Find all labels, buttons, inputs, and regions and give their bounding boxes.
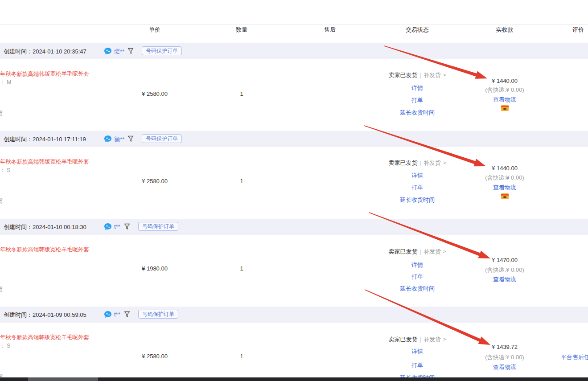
clipped-left-text: 货	[0, 197, 4, 205]
order-header-bar: 创建时间：2024-01-10 00:18:30 t** 号码保护订单	[0, 219, 588, 235]
column-header-quantity: 数量	[228, 26, 255, 33]
print-order-link[interactable]: 打单	[375, 184, 460, 191]
bank-card-icon	[501, 193, 509, 199]
product-title[interactable]: 年秋冬新款高端韩版宽松羊毛呢外套	[0, 70, 103, 78]
shipping-note: (含快递:¥ 0.00)	[473, 353, 536, 361]
order-row: 创建时间：2024-01-10 17:11:19 额** 号码保护订单 年秋冬新…	[0, 131, 588, 219]
buyer-name[interactable]: t**	[114, 311, 120, 318]
reship-link[interactable]: 补发货	[424, 248, 441, 255]
order-created-time: 创建时间：2024-01-09 00:59:05	[4, 311, 86, 319]
received-amount: ¥ 1439.72	[473, 343, 536, 351]
chevron-right-icon: >	[443, 248, 446, 255]
number-protect-badge: 号码保护订单	[142, 46, 182, 55]
extend-receipt-link[interactable]: 延长收货时间	[375, 109, 460, 116]
status-shipped: 卖家已发货	[389, 336, 418, 343]
clipped-left-text: 货	[0, 286, 4, 293]
order-row: 创建时间：2024-01-09 00:59:05 t** 号码保护订单 年秋冬新…	[0, 307, 588, 381]
chevron-right-icon: >	[443, 159, 446, 167]
column-header-received: 实收款	[491, 26, 518, 33]
column-header-trade-status: 交易状态	[394, 26, 440, 33]
received-amount: ¥ 1440.00	[473, 164, 536, 172]
funnel-filter-icon[interactable]	[124, 223, 130, 230]
unit-price: ¥ 2580.00	[128, 90, 181, 98]
reship-link[interactable]: 补发货	[424, 71, 441, 79]
funnel-filter-icon[interactable]	[127, 48, 134, 54]
product-sku: ： M	[0, 79, 11, 86]
product-sku: ： S	[0, 343, 10, 349]
trade-status: 卖家已发货 | 补发货 >	[375, 336, 460, 343]
quantity: 1	[228, 90, 255, 98]
table-top-border	[0, 24, 588, 25]
order-header-bar: 创建时间：2024-01-09 00:59:05 t** 号码保护订单	[0, 307, 588, 323]
received-amount: ¥ 1440.00	[473, 77, 536, 85]
print-order-link[interactable]: 打单	[375, 273, 460, 280]
unit-price: ¥ 2580.00	[128, 353, 181, 360]
order-created-time: 创建时间：2024-01-10 17:11:19	[4, 135, 86, 143]
column-header-rating: 评价	[565, 26, 588, 33]
funnel-filter-icon[interactable]	[127, 135, 134, 142]
shipping-note: (含快递:¥ 0.00)	[473, 266, 536, 274]
view-logistics-link[interactable]: 查看物流	[473, 184, 536, 191]
order-created-time: 创建时间：2024-01-10 20:35:47	[4, 48, 86, 56]
product-title[interactable]: 年秋冬新款高端韩版宽松羊毛呢外套	[0, 334, 103, 341]
trade-status: 卖家已发货 | 补发货 >	[375, 159, 460, 167]
buyer-name[interactable]: 额**	[114, 135, 124, 143]
number-protect-badge: 号码保护订单	[138, 222, 178, 231]
product-sku: ： S	[0, 167, 10, 174]
detail-link[interactable]: 详情	[375, 84, 460, 92]
received-amount: ¥ 1470.00	[473, 256, 536, 264]
quantity: 1	[228, 353, 255, 360]
trade-status: 卖家已发货 | 补发货 >	[375, 71, 460, 79]
chevron-right-icon: >	[443, 71, 446, 79]
buyer-name[interactable]: 绽**	[114, 48, 124, 56]
quantity: 1	[228, 178, 255, 185]
detail-link[interactable]: 详情	[375, 172, 460, 179]
unit-price: ¥ 1980.00	[128, 265, 181, 272]
order-header-bar: 创建时间：2024-01-10 20:35:47 绽** 号码保护订单	[0, 43, 588, 59]
wangwang-icon[interactable]	[104, 311, 112, 319]
view-logistics-link[interactable]: 查看物流	[473, 275, 536, 283]
trade-status: 卖家已发货 | 补发货 >	[375, 248, 460, 255]
bank-card-icon	[501, 105, 509, 111]
quantity: 1	[228, 265, 255, 272]
column-header-unit-price: 单价	[141, 26, 168, 33]
number-protect-badge: 号码保护订单	[142, 134, 182, 143]
extend-receipt-link[interactable]: 延长收货时间	[375, 285, 460, 292]
column-header-aftersale: 售后	[317, 26, 343, 33]
reship-link[interactable]: 补发货	[424, 336, 441, 343]
product-title[interactable]: 年秋冬新款高端韩版宽松羊毛呢外套	[0, 158, 103, 165]
product-title[interactable]: 年秋冬新款高端韩版宽松羊毛呢外套	[0, 246, 103, 253]
shipping-note: (含快递:¥ 0.00)	[473, 174, 536, 181]
order-row: 创建时间：2024-01-10 00:18:30 t** 号码保护订单 年秋冬新…	[0, 219, 588, 307]
extend-receipt-link[interactable]: 延长收货时间	[375, 196, 460, 204]
print-order-link[interactable]: 打单	[375, 96, 460, 104]
reship-link[interactable]: 补发货	[424, 159, 441, 167]
view-logistics-link[interactable]: 查看物流	[473, 96, 536, 103]
horizontal-scrollbar-thumb[interactable]	[28, 377, 98, 381]
unit-price: ¥ 2580.00	[128, 178, 181, 185]
detail-link[interactable]: 详情	[375, 348, 460, 355]
wangwang-icon[interactable]	[104, 135, 112, 143]
number-protect-badge: 号码保护订单	[138, 310, 178, 319]
chevron-right-icon: >	[443, 336, 446, 343]
shipping-note: (含快递:¥ 0.00)	[473, 86, 536, 94]
status-shipped: 卖家已发货	[389, 248, 418, 255]
buyer-name[interactable]: t**	[114, 223, 120, 230]
view-logistics-link[interactable]: 查看物流	[473, 363, 536, 371]
order-created-time: 创建时间：2024-01-10 00:18:30	[4, 223, 86, 231]
status-shipped: 卖家已发货	[389, 71, 418, 79]
order-list-page: 单价 数量 售后 交易状态 实收款 评价 创建时间：2024-01-10 20:…	[0, 0, 588, 381]
platform-aftersale-link[interactable]: 平台售后任	[561, 353, 588, 361]
status-shipped: 卖家已发货	[389, 159, 418, 167]
wangwang-icon[interactable]	[104, 223, 112, 231]
detail-link[interactable]: 详情	[375, 261, 460, 269]
funnel-filter-icon[interactable]	[124, 311, 130, 318]
print-order-link[interactable]: 打单	[375, 361, 460, 369]
order-header-bar: 创建时间：2024-01-10 17:11:19 额** 号码保护订单	[0, 131, 588, 147]
order-row: 创建时间：2024-01-10 20:35:47 绽** 号码保护订单 年秋冬新…	[0, 43, 588, 131]
wangwang-icon[interactable]	[104, 47, 112, 55]
horizontal-scrollbar-track[interactable]	[0, 377, 588, 381]
clipped-left-text: 货	[0, 110, 4, 117]
